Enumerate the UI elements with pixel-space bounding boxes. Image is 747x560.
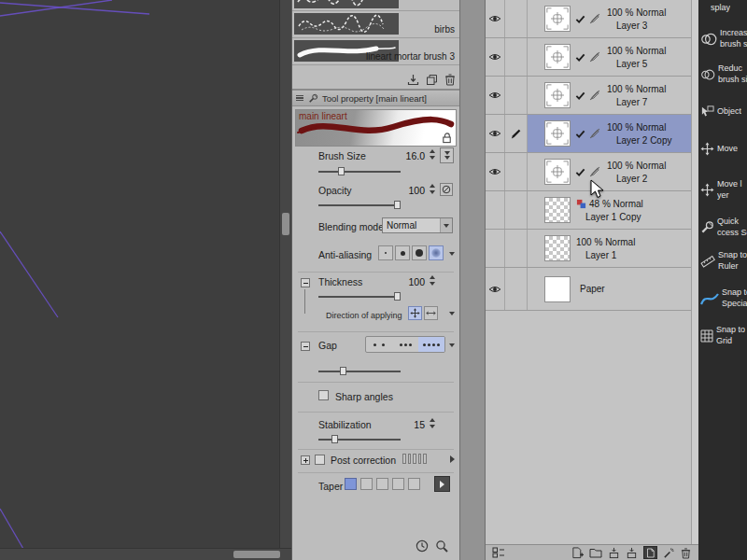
layer-row-content[interactable]: 100 % NormalLayer 5	[528, 38, 698, 76]
taper-preset-5[interactable]	[408, 478, 420, 490]
gap-collapse-box[interactable]	[301, 342, 310, 351]
check-icon[interactable]	[575, 52, 585, 63]
layer-row-selected[interactable]: 100 % NormalLayer 2 Copy	[486, 115, 698, 153]
thickness-slider[interactable]	[318, 292, 401, 301]
anti-aliasing-medium-button[interactable]	[412, 245, 427, 260]
taper-preset-3[interactable]	[376, 478, 388, 490]
search-settings-icon[interactable]	[435, 539, 448, 553]
stabilization-value[interactable]: 15	[397, 419, 425, 430]
toolbar-item-quick-access[interactable]: Quickccess Se	[698, 217, 747, 238]
direction-expand-icon[interactable]	[449, 312, 455, 315]
brush-size-stepper[interactable]	[429, 149, 436, 160]
taper-more-button[interactable]	[434, 476, 450, 492]
layers-scrollbar[interactable]	[691, 0, 698, 544]
layer-row-content[interactable]: 100 % NormalLayer 7	[528, 77, 698, 114]
brush-item-partial[interactable]	[292, 0, 459, 11]
layer-row-content[interactable]: 48 % Normal Layer 1 Copy	[528, 191, 698, 229]
layer-thumbnail[interactable]	[544, 6, 571, 32]
anti-aliasing-strong-button[interactable]	[429, 245, 444, 260]
layer-name[interactable]: Layer 3	[616, 21, 666, 31]
direction-all-button[interactable]	[408, 306, 422, 320]
brush-size-value[interactable]: 16.0	[397, 150, 425, 161]
layer-row-content[interactable]: Paper	[528, 268, 698, 310]
layer-row-content[interactable]: 100 % NormalLayer 2 Copy	[528, 115, 698, 152]
thickness-collapse-box[interactable]	[301, 278, 310, 287]
brush-item-lineart-mortar[interactable]: lineart mortar brush 3	[292, 38, 459, 65]
visibility-eye-icon[interactable]	[486, 0, 505, 37]
layer-thumbnail[interactable]	[544, 82, 571, 108]
brush-item-birbs[interactable]: birbs	[292, 11, 459, 38]
layer-name[interactable]: Layer 1	[585, 250, 635, 260]
restore-defaults-icon[interactable]	[416, 539, 429, 553]
toolbar-item-object[interactable]: Object	[698, 105, 747, 119]
canvas-vertical-scroll-thumb[interactable]	[282, 213, 289, 235]
layer-row[interactable]: 100 % NormalLayer 5	[486, 38, 698, 77]
layer-name[interactable]: Layer 2 Copy	[616, 135, 671, 146]
layer-row-content[interactable]: 100 % Normal Layer 1	[528, 230, 698, 267]
panel-divider[interactable]	[459, 0, 486, 560]
gap-option-medium[interactable]	[392, 337, 418, 352]
layer-row-content[interactable]: 100 % NormalLayer 2	[528, 153, 698, 190]
check-icon[interactable]	[575, 14, 585, 24]
post-correction-level[interactable]	[402, 454, 427, 464]
layer-row-content[interactable]: 100 % NormalLayer 3	[528, 0, 698, 37]
layer-row[interactable]: 100 % Normal Layer 1	[486, 230, 698, 268]
layer-name[interactable]: Layer 5	[616, 59, 666, 69]
transfer-down-icon[interactable]	[608, 547, 620, 559]
draft-pen-icon[interactable]	[588, 89, 601, 102]
thickness-value[interactable]: 100	[397, 276, 425, 287]
lock-icon[interactable]	[441, 132, 453, 144]
layer-row[interactable]: 100 % NormalLayer 7	[486, 77, 698, 115]
thickness-stepper[interactable]	[429, 275, 436, 286]
gap-mode-selector[interactable]	[365, 336, 445, 353]
paper-thumbnail[interactable]	[544, 276, 571, 302]
opacity-dynamics-button[interactable]	[440, 183, 453, 196]
enable-mask-icon[interactable]	[663, 547, 675, 559]
layer-name[interactable]: Paper	[580, 284, 605, 294]
layer-thumbnail[interactable]	[544, 120, 571, 147]
tool-property-header[interactable]: Tool property [main lineart]	[292, 91, 459, 106]
visibility-eye-icon[interactable]	[486, 38, 505, 76]
canvas-horizontal-scrollbar[interactable]	[0, 548, 291, 560]
anti-aliasing-none-button[interactable]	[378, 245, 393, 260]
opacity-stepper[interactable]	[429, 184, 436, 194]
draft-pen-icon[interactable]	[588, 127, 601, 140]
stabilization-stepper[interactable]	[429, 418, 436, 428]
new-raster-layer-icon[interactable]	[571, 547, 584, 559]
post-correction-more-icon[interactable]	[450, 455, 455, 463]
gap-option-wide[interactable]	[366, 337, 392, 352]
canvas-horizontal-scroll-thumb[interactable]	[233, 551, 280, 558]
gap-option-narrow[interactable]	[418, 337, 444, 352]
check-icon[interactable]	[575, 129, 585, 139]
toolbar-item-increase-brush-size[interactable]: Increasbrush si	[698, 28, 747, 49]
layer-row-paper[interactable]: Paper	[486, 268, 698, 311]
layer-thumbnail-transparent[interactable]	[544, 235, 571, 261]
toolbar-item-move-layer[interactable]: Move lyer	[698, 179, 747, 201]
opacity-value[interactable]: 100	[397, 185, 425, 196]
opacity-slider[interactable]	[318, 201, 401, 209]
layer-thumbnail-transparent[interactable]	[544, 197, 571, 223]
gap-slider[interactable]	[318, 367, 401, 375]
import-sub-tool-icon[interactable]	[407, 74, 419, 86]
anti-aliasing-expand-icon[interactable]	[449, 252, 455, 256]
toolbar-item-display[interactable]: splay	[698, 3, 747, 14]
delete-layer-icon[interactable]	[681, 547, 691, 559]
check-icon[interactable]	[575, 91, 585, 101]
canvas-area[interactable]	[0, 0, 291, 560]
brush-size-dynamics-button[interactable]	[440, 147, 454, 163]
toolbar-item-snap-ruler[interactable]: Snap toRuler	[698, 250, 747, 272]
layer-thumbnail[interactable]	[544, 44, 571, 70]
draft-pen-icon[interactable]	[588, 12, 601, 25]
toolbar-item-reduce-brush-size[interactable]: Reducbrush siz	[698, 63, 747, 85]
layer-row[interactable]: 100 % NormalLayer 3	[486, 0, 698, 38]
delete-sub-tool-icon[interactable]	[444, 73, 456, 86]
layer-name[interactable]: Layer 1 Copy	[585, 212, 643, 222]
visibility-eye-icon[interactable]	[486, 268, 505, 310]
taper-preset-4[interactable]	[392, 478, 404, 490]
post-correction-expand-box[interactable]	[301, 455, 310, 465]
layer-name[interactable]: Layer 7	[616, 97, 666, 107]
layer-thumbnail[interactable]	[544, 159, 571, 185]
canvas-vertical-scrollbar[interactable]	[279, 0, 291, 549]
draft-pen-icon[interactable]	[588, 50, 601, 63]
visibility-toggle-empty[interactable]	[486, 191, 505, 229]
